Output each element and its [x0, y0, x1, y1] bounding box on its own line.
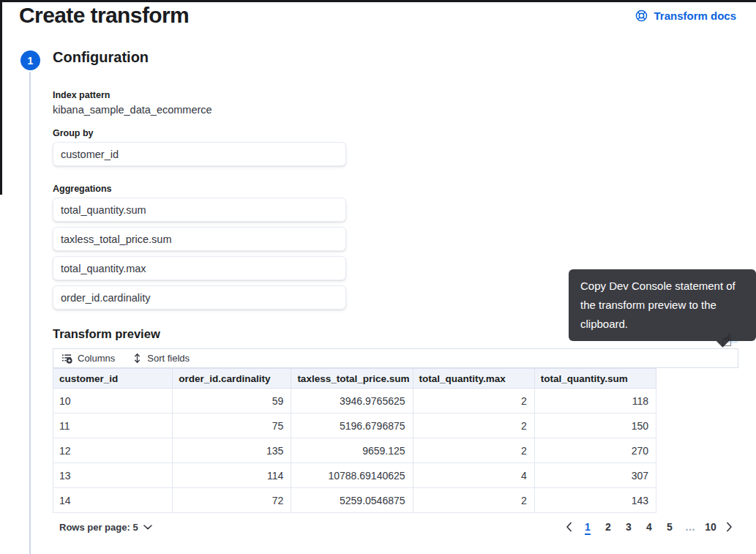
page-button[interactable]: 10: [703, 518, 719, 536]
column-header[interactable]: order_id.cardinality: [173, 369, 291, 389]
columns-button[interactable]: Columns: [61, 353, 115, 364]
table-row: 10593946.97656252118: [53, 389, 656, 413]
configuration-heading: Configuration: [53, 49, 149, 66]
table-cell: 9659.125: [291, 438, 413, 463]
pagination: 12345…10: [563, 518, 738, 536]
rows-per-page-button[interactable]: Rows per page: 5: [53, 522, 152, 533]
tooltip-arrow: [716, 334, 729, 347]
previous-page-button[interactable]: [563, 522, 575, 532]
table-cell: 5196.6796875: [291, 413, 413, 438]
table-cell: 114: [173, 463, 291, 488]
table-row: 1311410788.691406254307: [53, 463, 656, 488]
sort-fields-button-label: Sort fields: [147, 353, 190, 364]
table-cell: 5259.0546875: [291, 488, 413, 513]
page-button[interactable]: 4: [641, 518, 657, 536]
aggregation-item[interactable]: total_quantity.max: [53, 256, 346, 280]
preview-table: customer_idorder_id.cardinalitytaxless_t…: [53, 368, 656, 513]
aggregation-item[interactable]: total_quantity.sum: [53, 198, 346, 222]
aggregation-item-label: total_quantity.sum: [61, 204, 146, 216]
page-button[interactable]: 3: [621, 518, 637, 536]
transform-docs-link[interactable]: Transform docs: [635, 10, 736, 22]
page-button[interactable]: 1: [580, 518, 596, 536]
table-cell: 2: [413, 438, 534, 463]
sort-arrows-icon: [132, 353, 142, 364]
next-page-button[interactable]: [723, 522, 736, 532]
transform-preview-heading: Transform preview: [53, 327, 160, 341]
aggregations-list: total_quantity.sumtaxless_total_price.su…: [53, 198, 346, 315]
step-number: 1: [28, 55, 34, 67]
table-cell: 143: [534, 488, 656, 513]
aggregation-item-label: taxless_total_price.sum: [61, 233, 172, 245]
step-connector-line: [29, 72, 31, 554]
aggregation-item-label: total_quantity.max: [61, 263, 146, 274]
columns-list-add-icon: [61, 353, 72, 364]
window-frame-top: [0, 0, 756, 2]
table-cell: 72: [173, 488, 291, 513]
table-row: 121359659.1252270: [53, 438, 656, 463]
group-by-label: Group by: [53, 128, 94, 138]
copy-tooltip-text: Copy Dev Console statement of the transf…: [580, 280, 736, 330]
grid-footer: Rows per page: 5 12345…10: [53, 515, 738, 539]
rows-per-page-label: Rows per page: 5: [59, 522, 138, 533]
group-by-list: customer_id: [53, 142, 346, 171]
table-cell: 118: [534, 389, 656, 413]
table-cell: 10788.69140625: [291, 463, 413, 488]
table-cell: 14: [53, 488, 173, 513]
table-cell: 2: [413, 389, 534, 413]
table-cell: 3946.9765625: [291, 389, 413, 413]
window-frame-left: [0, 0, 2, 195]
group-by-item[interactable]: customer_id: [53, 142, 346, 166]
column-header[interactable]: total_quantity.max: [413, 369, 534, 389]
column-header[interactable]: customer_id: [53, 369, 173, 389]
group-by-item-label: customer_id: [61, 149, 119, 160]
table-cell: 4: [413, 463, 534, 488]
index-pattern-label: Index pattern: [53, 90, 111, 100]
data-grid-toolbar: Columns Sort fields: [53, 348, 738, 368]
table-header-row: customer_idorder_id.cardinalitytaxless_t…: [53, 369, 656, 389]
table-cell: 307: [534, 463, 656, 488]
page-button[interactable]: 5: [662, 518, 678, 536]
table-row: 14725259.05468752143: [53, 488, 656, 513]
table-cell: 150: [534, 413, 656, 438]
aggregation-item[interactable]: taxless_total_price.sum: [53, 227, 346, 251]
transform-preview-grid: Columns Sort fields customer_idorder_id.…: [53, 348, 738, 513]
page-number-list: 12345…10: [580, 518, 719, 536]
documentation-help-icon: [635, 10, 648, 22]
table-cell: 75: [173, 413, 291, 438]
page-ellipsis: …: [682, 518, 698, 536]
table-cell: 12: [53, 438, 173, 463]
aggregations-label: Aggregations: [53, 184, 112, 194]
table-cell: 59: [173, 389, 291, 413]
table-row: 11755196.67968752150: [53, 413, 656, 438]
sort-fields-button[interactable]: Sort fields: [132, 353, 190, 364]
table-cell: 13: [53, 463, 173, 488]
column-header[interactable]: total_quantity.sum: [534, 369, 656, 389]
column-header[interactable]: taxless_total_price.sum: [291, 369, 413, 389]
table-cell: 270: [534, 438, 656, 463]
table-cell: 135: [173, 438, 291, 463]
transform-docs-label: Transform docs: [654, 10, 736, 22]
table-cell: 2: [413, 413, 534, 438]
page-button[interactable]: 2: [600, 518, 616, 536]
index-pattern-value: kibana_sample_data_ecommerce: [53, 104, 212, 116]
table-cell: 10: [53, 389, 173, 413]
page-title: Create transform: [19, 3, 189, 28]
table-cell: 2: [413, 488, 534, 513]
columns-button-label: Columns: [78, 353, 115, 364]
aggregation-item-label: order_id.cardinality: [61, 292, 151, 304]
chevron-down-icon: [143, 525, 152, 530]
copy-tooltip: Copy Dev Console statement of the transf…: [569, 269, 756, 341]
aggregation-item[interactable]: order_id.cardinality: [53, 285, 346, 310]
table-cell: 11: [53, 413, 173, 438]
step-number-badge: 1: [20, 50, 40, 70]
